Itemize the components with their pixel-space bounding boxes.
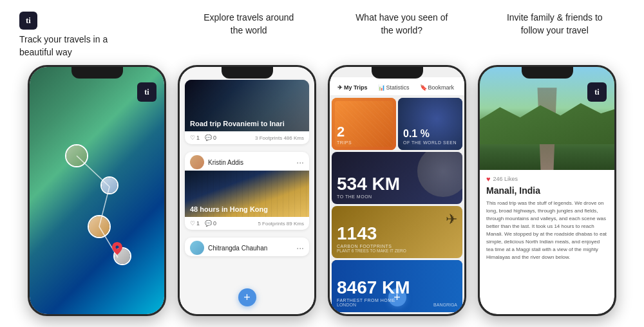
- tab-bookmark[interactable]: 🔖Bookmark: [416, 82, 459, 93]
- world-pct: 0.1 %: [403, 129, 457, 139]
- plus-icon: +: [243, 291, 251, 304]
- phone-blog-inner: 🏍 ti ♥ 246 Likes Manali, India This road…: [480, 67, 614, 314]
- rovaniemi-footprints: 3 Footprints 486 Kms: [255, 135, 304, 141]
- moon-label: TO THE MOON: [337, 194, 457, 199]
- chitr-name: Chitrangda Chauhan: [208, 245, 292, 252]
- chitr-avatar: [190, 241, 204, 255]
- add-trip-button[interactable]: +: [238, 288, 256, 306]
- hk-actions: ♡ 1 💬 0 5 Footprints 89 Kms: [185, 217, 309, 230]
- stats-grid: 2 TRIPS 0.1 % OF THE WORLD SEEN: [330, 96, 464, 314]
- footprints-count: 1143: [337, 225, 457, 243]
- map-pin-3[interactable]: [88, 215, 111, 238]
- phone-stats-inner: ✈My Trips 📊Statistics 🔖Bookmark: [330, 67, 464, 314]
- ti-badge-map: ti: [137, 82, 156, 102]
- moon-km: 534 KM: [337, 175, 457, 193]
- kristin-avatar: [190, 155, 204, 169]
- heart-icon-blog: ♥: [486, 175, 491, 183]
- footprints-label: CARBON FOOTPRINTS: [337, 244, 457, 248]
- trips-data: 2 TRIPS: [337, 125, 391, 145]
- trips-count: 2: [337, 125, 391, 139]
- hk-image: 48 hours in Hong Kong: [185, 171, 309, 217]
- tab-my-trips[interactable]: ✈My Trips: [334, 82, 372, 93]
- blog-content: ♥ 246 Likes Manali, India This road trip…: [480, 170, 614, 314]
- blog-post-text: This road trip was the stuff of legends.…: [486, 200, 608, 261]
- col-track: ti Track your travels in a beautiful way: [13, 12, 173, 59]
- red-location-pin: [112, 242, 122, 257]
- chitr-more-dots[interactable]: ···: [296, 243, 304, 252]
- feed-card-hk[interactable]: Kristin Addis ··· 48 hours in Hong Kong …: [185, 152, 309, 230]
- footprints-sublabel: PLANT 6 TREES TO MAKE IT ZERO: [337, 248, 457, 253]
- chitr-user-row: Chitrangda Chauhan ···: [185, 238, 309, 256]
- col-explore: Explore travels around the world: [173, 12, 326, 37]
- hk-comment[interactable]: 💬 0: [205, 220, 216, 227]
- kristin-name: Kristin Addis: [208, 159, 292, 166]
- stats-background: ✈My Trips 📊Statistics 🔖Bookmark: [330, 67, 464, 314]
- map-background: ti: [30, 67, 164, 314]
- invite-title: Invite family & friends to follow your t…: [507, 12, 603, 37]
- footprints-data: 1143 CARBON FOOTPRINTS PLANT 6 TREES TO …: [337, 225, 457, 253]
- hk-like-comment: ♡ 1 💬 0: [190, 220, 216, 227]
- farthest-data: 8467 KM FARTHEST FROM HOME LONDON BANGRI…: [337, 279, 457, 307]
- farthest-loc1: LONDON: [337, 303, 356, 307]
- blog-likes-row: ♥ 246 Likes: [486, 175, 608, 183]
- seen-title: What have you seen of the world?: [355, 12, 448, 37]
- trips-label: TRIPS: [337, 140, 391, 145]
- farthest-locations: LONDON BANGRIGA: [337, 303, 457, 307]
- comment-icon: 💬: [205, 135, 212, 141]
- stat-footprints-card: ✈ 1143 CARBON FOOTPRINTS PLANT 6 TREES T…: [332, 206, 462, 258]
- phone-feed-inner: Road trip Rovaniemi to Inari ♡ 1 💬 0: [180, 67, 314, 314]
- stat-world-card: 0.1 % OF THE WORLD SEEN: [398, 98, 462, 150]
- hk-more-dots[interactable]: ···: [296, 158, 304, 167]
- comment-icon-hk: 💬: [205, 220, 212, 227]
- tab-statistics[interactable]: 📊Statistics: [374, 82, 413, 93]
- rovaniemi-title: Road trip Rovaniemi to Inari: [190, 120, 285, 127]
- like-count: 1: [196, 135, 200, 141]
- world-label: OF THE WORLD SEEN: [403, 140, 457, 145]
- hk-title: 48 hours in Hong Kong: [190, 205, 268, 213]
- blog-background: 🏍 ti ♥ 246 Likes Manali, India This road…: [480, 67, 614, 314]
- hk-footprints: 5 Footprints 89 Kms: [258, 221, 304, 227]
- farthest-loc2: BANGRIGA: [433, 303, 457, 307]
- feed-background: Road trip Rovaniemi to Inari ♡ 1 💬 0: [180, 67, 314, 314]
- blog-post-title: Manali, India: [486, 185, 608, 196]
- stat-farthest-card: 8467 KM FARTHEST FROM HOME LONDON BANGRI…: [332, 260, 462, 312]
- map-pin-2[interactable]: [100, 176, 118, 194]
- comment-count: 0: [213, 135, 216, 141]
- hk-user-row: Kristin Addis ···: [185, 152, 309, 171]
- stat-trips-card: 2 TRIPS: [332, 98, 396, 150]
- feed-card-rovaniemi[interactable]: Road trip Rovaniemi to Inari ♡ 1 💬 0: [185, 80, 309, 144]
- col-invite: Invite family & friends to follow your t…: [478, 12, 632, 37]
- col-seen: What have you seen of the world?: [325, 12, 478, 37]
- blog-hero-image: 🏍 ti: [480, 67, 614, 170]
- phone-map: ti: [28, 65, 166, 316]
- my-trips-label: My Trips: [344, 84, 368, 91]
- phones-row: ti: [0, 65, 644, 327]
- phone-stats: ✈My Trips 📊Statistics 🔖Bookmark: [328, 65, 466, 316]
- ti-badge-blog: ti: [587, 82, 607, 102]
- likes-count: 246 Likes: [493, 176, 518, 182]
- map-lines: [30, 67, 164, 314]
- app-logo: ti: [19, 12, 37, 30]
- header: ti Track your travels in a beautiful way…: [0, 0, 644, 65]
- phone-blog: 🏍 ti ♥ 246 Likes Manali, India This road…: [478, 65, 616, 316]
- rovaniemi-image: Road trip Rovaniemi to Inari: [185, 80, 309, 131]
- stat-moon-card: 534 KM TO THE MOON: [332, 152, 462, 204]
- hk-like[interactable]: ♡ 1: [190, 220, 200, 227]
- bookmark-label: Bookmark: [428, 84, 455, 91]
- explore-title: Explore travels around the world: [204, 12, 294, 37]
- map-pin-1[interactable]: [65, 144, 88, 167]
- moon-data: 534 KM TO THE MOON: [337, 175, 457, 199]
- rovaniemi-comment[interactable]: 💬 0: [205, 135, 216, 141]
- heart-icon: ♡: [190, 135, 195, 141]
- feed-card-chitr[interactable]: Chitrangda Chauhan ···: [185, 238, 309, 256]
- world-data: 0.1 % OF THE WORLD SEEN: [403, 129, 457, 145]
- hk-like-count: 1: [196, 220, 200, 227]
- stats-tabs: ✈My Trips 📊Statistics 🔖Bookmark: [330, 77, 464, 96]
- rovaniemi-like-comment: ♡ 1 💬 0: [190, 135, 216, 141]
- rovaniemi-actions: ♡ 1 💬 0 3 Footprints 486 Kms: [185, 131, 309, 144]
- farthest-label: FARTHEST FROM HOME: [337, 298, 457, 303]
- farthest-km: 8467 KM: [337, 279, 457, 297]
- rovaniemi-like[interactable]: ♡ 1: [190, 135, 200, 141]
- heart-icon-hk: ♡: [190, 220, 195, 227]
- phone-feed: Road trip Rovaniemi to Inari ♡ 1 💬 0: [178, 65, 316, 316]
